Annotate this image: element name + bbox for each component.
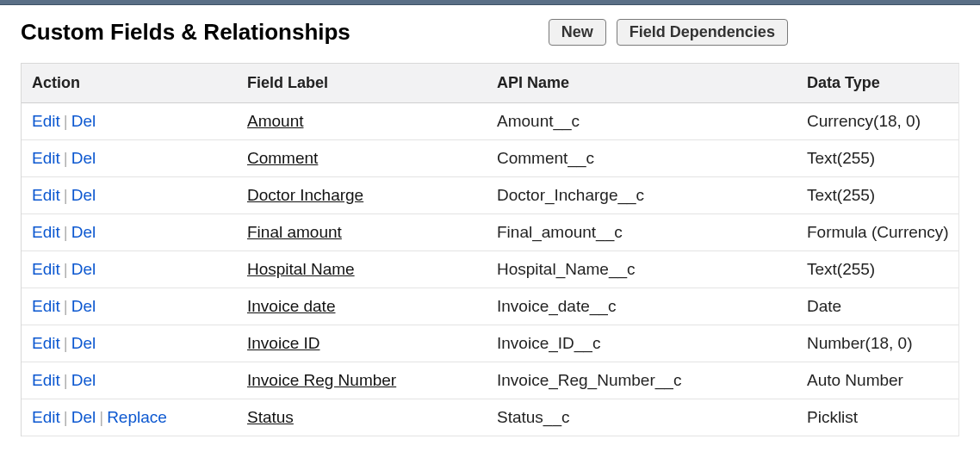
api-name-cell: Doctor_Incharge__c [487, 177, 797, 214]
field-label-cell: Final amount [237, 214, 487, 251]
action-cell: Edit|Del [22, 251, 237, 288]
table-row: Edit|DelInvoice IDInvoice_ID__cNumber(18… [22, 325, 958, 362]
del-link[interactable]: Del [71, 186, 96, 204]
del-link[interactable]: Del [71, 297, 96, 315]
edit-link[interactable]: Edit [32, 408, 60, 426]
data-type-cell: Text(255) [797, 177, 958, 214]
edit-link[interactable]: Edit [32, 297, 60, 315]
data-type-cell: Number(18, 0) [797, 325, 958, 362]
field-label-link[interactable]: Final amount [247, 223, 342, 241]
section-title: Custom Fields & Relationships [21, 19, 350, 46]
action-cell: Edit|Del [22, 214, 237, 251]
field-label-cell: Invoice Reg Number [237, 362, 487, 399]
replace-link[interactable]: Replace [107, 408, 167, 426]
field-label-cell: Invoice ID [237, 325, 487, 362]
table-row: Edit|Del|ReplaceStatusStatus__cPicklist [22, 399, 958, 436]
action-separator: | [64, 186, 68, 204]
action-separator: | [64, 149, 68, 167]
table-row: Edit|DelInvoice Reg NumberInvoice_Reg_Nu… [22, 362, 958, 399]
col-data-type: Data Type [797, 64, 958, 103]
action-separator: | [64, 223, 68, 241]
table-header-row: Action Field Label API Name Data Type [22, 64, 958, 103]
api-name-cell: Comment__c [487, 140, 797, 177]
fields-table-wrap: Action Field Label API Name Data Type Ed… [21, 63, 959, 436]
action-separator: | [64, 260, 68, 278]
field-label-cell: Comment [237, 140, 487, 177]
edit-link[interactable]: Edit [32, 334, 60, 352]
field-label-link[interactable]: Comment [247, 149, 318, 167]
table-row: Edit|DelInvoice dateInvoice_date__cDate [22, 288, 958, 325]
data-type-cell: Currency(18, 0) [797, 103, 958, 140]
edit-link[interactable]: Edit [32, 112, 60, 130]
action-separator: | [64, 408, 68, 426]
field-label-link[interactable]: Status [247, 408, 294, 426]
header-buttons: New Field Dependencies [549, 19, 788, 46]
table-row: Edit|DelFinal amountFinal_amount__cFormu… [22, 214, 958, 251]
field-label-cell: Invoice date [237, 288, 487, 325]
api-name-cell: Invoice_ID__c [487, 325, 797, 362]
new-button[interactable]: New [549, 19, 606, 46]
del-link[interactable]: Del [71, 371, 96, 389]
field-label-link[interactable]: Invoice date [247, 297, 335, 315]
table-row: Edit|DelDoctor InchargeDoctor_Incharge__… [22, 177, 958, 214]
api-name-cell: Invoice_date__c [487, 288, 797, 325]
api-name-cell: Amount__c [487, 103, 797, 140]
field-dependencies-button[interactable]: Field Dependencies [617, 19, 788, 46]
field-label-link[interactable]: Doctor Incharge [247, 186, 363, 204]
col-field-label: Field Label [237, 64, 487, 103]
action-separator: | [99, 408, 103, 426]
col-api-name: API Name [487, 64, 797, 103]
action-cell: Edit|Del [22, 103, 237, 140]
del-link[interactable]: Del [71, 260, 96, 278]
edit-link[interactable]: Edit [32, 260, 60, 278]
data-type-cell: Text(255) [797, 140, 958, 177]
edit-link[interactable]: Edit [32, 371, 60, 389]
data-type-cell: Date [797, 288, 958, 325]
col-action: Action [22, 64, 237, 103]
action-cell: Edit|Del [22, 288, 237, 325]
table-row: Edit|DelCommentComment__cText(255) [22, 140, 958, 177]
api-name-cell: Invoice_Reg_Number__c [487, 362, 797, 399]
section-header: Custom Fields & Relationships New Field … [21, 19, 959, 46]
action-separator: | [64, 371, 68, 389]
table-row: Edit|DelHospital NameHospital_Name__cTex… [22, 251, 958, 288]
field-label-link[interactable]: Invoice Reg Number [247, 371, 396, 389]
del-link[interactable]: Del [71, 112, 96, 130]
data-type-cell: Auto Number [797, 362, 958, 399]
field-label-cell: Status [237, 399, 487, 436]
del-link[interactable]: Del [71, 334, 96, 352]
api-name-cell: Status__c [487, 399, 797, 436]
field-label-cell: Doctor Incharge [237, 177, 487, 214]
field-label-cell: Hospital Name [237, 251, 487, 288]
data-type-cell: Formula (Currency) [797, 214, 958, 251]
action-separator: | [64, 112, 68, 130]
section-container: Custom Fields & Relationships New Field … [0, 5, 980, 436]
field-label-cell: Amount [237, 103, 487, 140]
action-separator: | [64, 297, 68, 315]
data-type-cell: Picklist [797, 399, 958, 436]
data-type-cell: Text(255) [797, 251, 958, 288]
del-link[interactable]: Del [71, 223, 96, 241]
field-label-link[interactable]: Hospital Name [247, 260, 355, 278]
action-cell: Edit|Del [22, 325, 237, 362]
api-name-cell: Final_amount__c [487, 214, 797, 251]
action-cell: Edit|Del|Replace [22, 399, 237, 436]
del-link[interactable]: Del [71, 149, 96, 167]
fields-table: Action Field Label API Name Data Type Ed… [22, 64, 958, 436]
api-name-cell: Hospital_Name__c [487, 251, 797, 288]
action-cell: Edit|Del [22, 177, 237, 214]
action-separator: | [64, 334, 68, 352]
field-label-link[interactable]: Invoice ID [247, 334, 319, 352]
action-cell: Edit|Del [22, 140, 237, 177]
table-row: Edit|DelAmountAmount__cCurrency(18, 0) [22, 103, 958, 140]
edit-link[interactable]: Edit [32, 149, 60, 167]
action-cell: Edit|Del [22, 362, 237, 399]
del-link[interactable]: Del [71, 408, 96, 426]
field-label-link[interactable]: Amount [247, 112, 303, 130]
edit-link[interactable]: Edit [32, 186, 60, 204]
edit-link[interactable]: Edit [32, 223, 60, 241]
